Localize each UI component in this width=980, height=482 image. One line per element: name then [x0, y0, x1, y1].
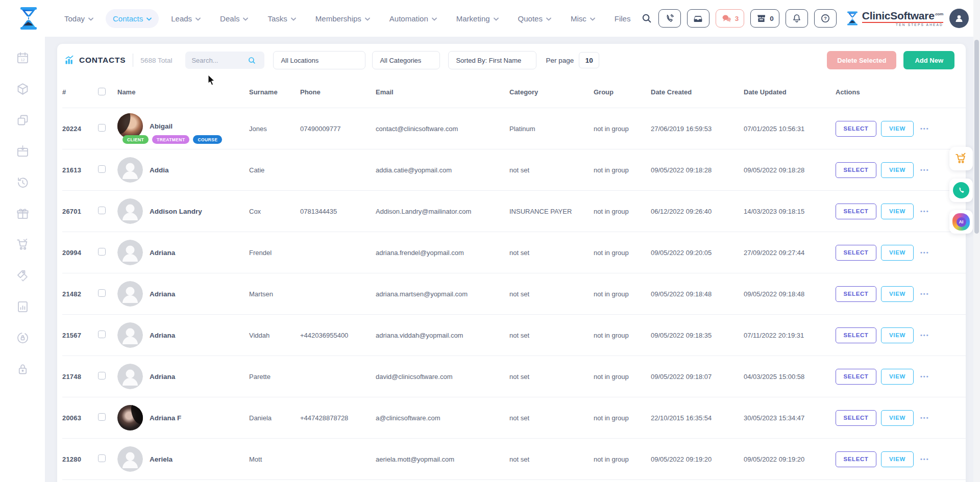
row-checkbox[interactable] — [98, 331, 106, 338]
nav-item-automation[interactable]: Automation — [382, 9, 444, 28]
view-button[interactable]: VIEW — [881, 286, 914, 302]
view-button[interactable]: VIEW — [881, 369, 914, 385]
select-button[interactable]: SELECT — [836, 369, 876, 385]
add-new-button[interactable]: Add New — [903, 51, 954, 69]
per-page-input[interactable] — [579, 52, 599, 68]
row-checkbox[interactable] — [98, 124, 106, 132]
select-button[interactable]: SELECT — [836, 410, 876, 426]
avatar[interactable] — [117, 322, 143, 348]
brand-logo[interactable]: ClinicSoftware.com TEN STEPS AHEAD — [846, 10, 943, 27]
category-filter[interactable]: All Categories — [372, 51, 440, 69]
select-button[interactable]: SELECT — [836, 162, 876, 178]
row-checkbox[interactable] — [98, 372, 106, 379]
cart-icon-gray[interactable] — [16, 238, 30, 251]
calendar-icon[interactable]: 12 — [16, 51, 30, 65]
row-checkbox[interactable] — [98, 413, 106, 421]
search-icon[interactable] — [641, 13, 652, 24]
more-actions-icon[interactable]: ••• — [920, 208, 929, 214]
view-button[interactable]: VIEW — [881, 410, 914, 426]
tags-icon[interactable] — [16, 269, 30, 283]
cart-orange-floating-button[interactable] — [949, 147, 973, 170]
more-actions-icon[interactable]: ••• — [920, 332, 929, 338]
nav-item-misc[interactable]: Misc — [564, 9, 602, 28]
delete-selected-button[interactable]: Delete Selected — [827, 51, 896, 69]
more-actions-icon[interactable]: ••• — [920, 373, 929, 379]
avatar[interactable] — [117, 281, 143, 307]
select-button[interactable]: SELECT — [836, 204, 876, 219]
gift-icon[interactable] — [16, 207, 30, 220]
scrollbar-thumb[interactable] — [974, 40, 979, 234]
avatar[interactable] — [117, 157, 143, 183]
view-button[interactable]: VIEW — [881, 162, 914, 178]
more-actions-icon[interactable]: ••• — [920, 125, 929, 132]
history-icon[interactable] — [16, 175, 30, 189]
table-row[interactable]: 21613 Addia Catie addia.catie@yopmail.co… — [62, 149, 966, 191]
search-input[interactable] — [191, 57, 248, 64]
messages-button[interactable]: 3 — [716, 9, 745, 28]
dialer-button[interactable] — [658, 9, 681, 28]
row-checkbox[interactable] — [98, 207, 106, 214]
more-actions-icon[interactable]: ••• — [920, 415, 929, 421]
more-actions-icon[interactable]: ••• — [920, 167, 929, 173]
select-button[interactable]: SELECT — [836, 327, 876, 343]
row-checkbox[interactable] — [98, 454, 106, 462]
table-row[interactable]: 21567 Adriana Viddah +442036955400 adria… — [62, 315, 966, 356]
location-filter[interactable]: All Locations — [273, 51, 365, 69]
table-row[interactable]: 21482 Adriana Martsen adriana.martsen@yo… — [62, 273, 966, 315]
row-actions: SELECT VIEW ••• — [836, 121, 966, 137]
nav-item-tasks[interactable]: Tasks — [260, 9, 303, 28]
select-button[interactable]: SELECT — [836, 245, 876, 261]
nav-item-today[interactable]: Today — [57, 9, 101, 28]
table-row[interactable]: 20063 Adriana F Daniela +447428878728 a@… — [62, 397, 966, 439]
view-button[interactable]: VIEW — [881, 451, 914, 467]
avatar[interactable] — [117, 446, 143, 472]
notifications-button[interactable] — [786, 9, 808, 28]
account-lock-icon[interactable] — [16, 331, 30, 345]
more-actions-icon[interactable]: ••• — [920, 249, 929, 256]
table-row[interactable]: 21748 Adriana Parette david@clinicsoftwa… — [62, 356, 966, 397]
package-icon[interactable] — [16, 82, 30, 96]
table-row[interactable]: 26701 Addison Landry Cox 0781344435 Addi… — [62, 191, 966, 232]
copy-icon[interactable] — [16, 113, 30, 127]
calendar-checkin-icon[interactable] — [16, 144, 30, 158]
page-scrollbar[interactable] — [973, 0, 980, 482]
nav-item-contacts[interactable]: Contacts — [106, 9, 159, 28]
shop-button[interactable]: 0 — [750, 9, 779, 28]
more-actions-icon[interactable]: ••• — [920, 456, 929, 462]
select-button[interactable]: SELECT — [836, 121, 876, 137]
nav-item-leads[interactable]: Leads — [164, 9, 208, 28]
lock-icon[interactable] — [16, 362, 30, 376]
view-button[interactable]: VIEW — [881, 245, 914, 261]
ai-floating-button[interactable]: AI — [949, 210, 973, 234]
nav-item-deals[interactable]: Deals — [213, 9, 255, 28]
table-row[interactable]: 20994 Adriana Frendel adriana.frendel@yo… — [62, 232, 966, 273]
avatar[interactable] — [117, 405, 143, 430]
select-all-checkbox[interactable] — [98, 88, 106, 95]
user-avatar[interactable] — [949, 9, 969, 28]
row-checkbox[interactable] — [98, 289, 106, 297]
report-icon[interactable] — [16, 300, 30, 314]
table-row[interactable]: 20224 Abigail CLIENTTREATMENTCOURSE Jone… — [62, 108, 966, 149]
nav-item-marketing[interactable]: Marketing — [449, 9, 506, 28]
select-button[interactable]: SELECT — [836, 451, 876, 467]
avatar[interactable] — [117, 364, 143, 389]
view-button[interactable]: VIEW — [881, 327, 914, 343]
help-button[interactable]: ? — [814, 9, 837, 28]
app-logo[interactable] — [0, 6, 57, 31]
sort-filter[interactable]: Sorted By: First Name — [448, 51, 536, 69]
row-checkbox[interactable] — [98, 248, 106, 256]
view-button[interactable]: VIEW — [881, 204, 914, 219]
more-actions-icon[interactable]: ••• — [920, 291, 929, 297]
whatsapp-floating-button[interactable] — [949, 179, 973, 202]
nav-item-quotes[interactable]: Quotes — [511, 9, 558, 28]
nav-item-memberships[interactable]: Memberships — [308, 9, 377, 28]
inbox-button[interactable] — [687, 9, 709, 28]
view-button[interactable]: VIEW — [881, 121, 914, 137]
avatar[interactable] — [117, 240, 143, 265]
table-row[interactable]: 21280 Aeriela Mott aeriela.mott@yopmail.… — [62, 439, 966, 480]
search-field[interactable] — [185, 52, 264, 69]
nav-item-files[interactable]: Files — [607, 9, 638, 28]
avatar[interactable] — [117, 198, 143, 224]
select-button[interactable]: SELECT — [836, 286, 876, 302]
row-checkbox[interactable] — [98, 165, 106, 173]
